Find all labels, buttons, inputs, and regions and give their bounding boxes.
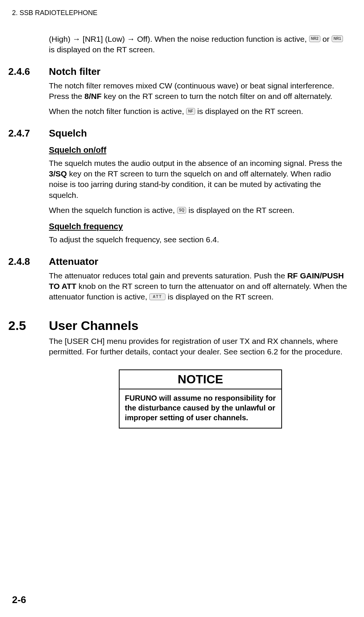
s248-para-1: The attenuator reduces total gain and pr… xyxy=(49,271,352,302)
section-number: 2.5 xyxy=(8,318,49,333)
section-number: 2.4.7 xyxy=(8,128,49,139)
text: The attenuator reduces total gain and pr… xyxy=(49,271,287,280)
section-heading-25: 2.5 User Channels xyxy=(49,318,352,333)
text: key on the RT screen to turn the squelch… xyxy=(49,169,331,199)
section-number: 2.4.8 xyxy=(8,256,49,267)
text: key on the RT screen to turn the notch f… xyxy=(102,92,332,100)
section-title: Notch filter xyxy=(49,66,100,78)
page-body: (High) → [NR1] (Low) → Off). When the no… xyxy=(49,34,352,429)
sq-icon: SQ xyxy=(177,207,186,214)
s247-para-1: The squelch mutes the audio output in th… xyxy=(49,158,352,201)
intro-para: (High) → [NR1] (Low) → Off). When the no… xyxy=(49,34,352,55)
nr1-icon: NR1 xyxy=(332,35,343,42)
text: When the notch filter function is active… xyxy=(49,107,186,115)
notice-body: FURUNO will assume no responsibility for… xyxy=(120,389,281,428)
section-heading-248: 2.4.8 Attenuator xyxy=(49,256,352,267)
running-head: 2. SSB RADIOTELEPHONE xyxy=(12,9,97,17)
s247-para-2: When the squelch function is active, SQ … xyxy=(49,205,352,216)
text: is displayed on the RT screen. xyxy=(168,292,274,301)
intro-text-1: (High) → [NR1] (Low) → Off). When the no… xyxy=(49,35,309,43)
att-icon: ATT xyxy=(149,293,165,300)
subheading-squelch-onoff: Squelch on/off xyxy=(49,145,352,155)
key-3sq: 3/SQ xyxy=(49,169,67,178)
section-heading-247: 2.4.7 Squelch xyxy=(49,128,352,139)
nf-icon: NF xyxy=(186,108,195,115)
intro-text-2: is displayed on the RT screen. xyxy=(49,45,155,54)
text: is displayed on the RT screen. xyxy=(197,107,303,115)
section-title: User Channels xyxy=(49,318,138,333)
section-number: 2.4.6 xyxy=(8,66,49,78)
notice-box: NOTICE FURUNO will assume no responsibil… xyxy=(119,369,282,429)
page-number: 2-6 xyxy=(12,594,26,606)
section-title: Squelch xyxy=(49,128,87,139)
subheading-squelch-freq: Squelch frequency xyxy=(49,222,352,231)
key-8nf: 8/NF xyxy=(85,92,102,100)
text: When the squelch function is active, xyxy=(49,206,177,214)
intro-text-mid: or xyxy=(323,35,332,43)
nr2-icon: NR2 xyxy=(309,35,320,42)
notice-heading: NOTICE xyxy=(120,370,281,389)
s246-para-1: The notch filter removes mixed CW (conti… xyxy=(49,81,352,102)
s246-para-2: When the notch filter function is active… xyxy=(49,106,352,117)
s25-para-1: The [USER CH] menu provides for registra… xyxy=(49,336,352,357)
section-heading-246: 2.4.6 Notch filter xyxy=(49,66,352,78)
s247-para-3: To adjust the squelch frequency, see sec… xyxy=(49,234,352,245)
text: The squelch mutes the audio output in th… xyxy=(49,159,342,167)
text: is displayed on the RT screen. xyxy=(188,206,294,214)
page: 2. SSB RADIOTELEPHONE (High) → [NR1] (Lo… xyxy=(0,0,364,617)
section-title: Attenuator xyxy=(49,256,98,267)
